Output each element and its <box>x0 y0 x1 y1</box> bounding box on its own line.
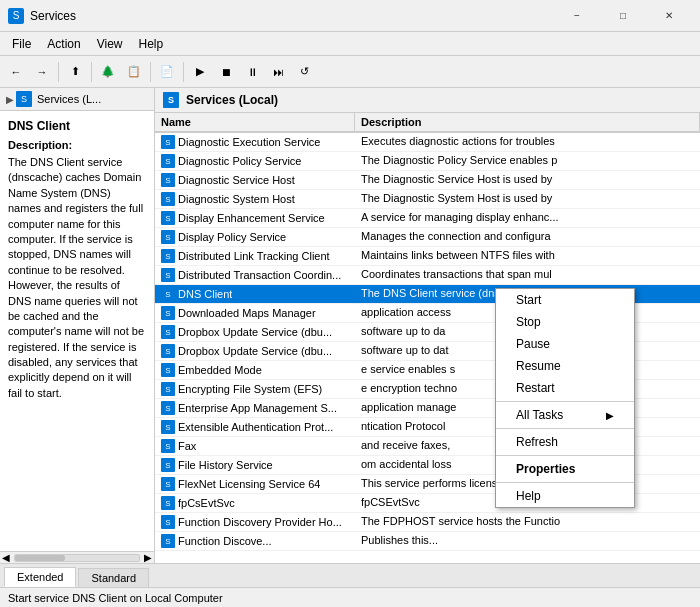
service-name: fpCsEvtSvc <box>178 497 235 509</box>
up-button[interactable]: ⬆ <box>63 60 87 84</box>
service-name: Diagnostic System Host <box>178 193 295 205</box>
table-row[interactable]: SDiagnostic Policy ServiceThe Diagnostic… <box>155 152 700 171</box>
service-name: Distributed Link Tracking Client <box>178 250 330 262</box>
service-name: Dropbox Update Service (dbu... <box>178 326 332 338</box>
start-button[interactable]: ▶ <box>188 60 212 84</box>
table-row[interactable]: SFunction Discove...Publishes this... <box>155 532 700 551</box>
service-desc-cell: Executes diagnostic actions for troubles <box>355 133 700 151</box>
service-icon: S <box>161 515 175 529</box>
service-name-cell: SDNS Client <box>155 285 355 303</box>
ctx-sep-2 <box>496 428 634 429</box>
service-icon: S <box>161 382 175 396</box>
scroll-track <box>14 554 140 562</box>
service-icon: S <box>161 306 175 320</box>
services-local-icon: S <box>163 92 179 108</box>
service-desc-cell: The Diagnostic Service Host is used by <box>355 171 700 189</box>
service-icon: S <box>161 496 175 510</box>
app-icon: S <box>8 8 24 24</box>
description-service-title: DNS Client <box>8 119 146 133</box>
context-menu: Start Stop Pause Resume Restart All Task… <box>495 288 635 508</box>
service-name-cell: SFile History Service <box>155 456 355 474</box>
ctx-refresh[interactable]: Refresh <box>496 431 634 453</box>
menu-action[interactable]: Action <box>39 35 88 53</box>
resume-button[interactable]: ⏭ <box>266 60 290 84</box>
ctx-restart[interactable]: Restart <box>496 377 634 399</box>
service-name-cell: SDropbox Update Service (dbu... <box>155 342 355 360</box>
scroll-left-btn[interactable]: ◀ <box>0 552 12 563</box>
show-hide-tree-button[interactable]: 🌲 <box>96 60 120 84</box>
table-row[interactable]: SDistributed Transaction Coordin...Coord… <box>155 266 700 285</box>
menu-file[interactable]: File <box>4 35 39 53</box>
tab-standard[interactable]: Standard <box>78 568 149 587</box>
service-icon: S <box>161 249 175 263</box>
col-header-name[interactable]: Name <box>155 113 355 131</box>
table-row[interactable]: SDiagnostic System HostThe Diagnostic Sy… <box>155 190 700 209</box>
left-scrollbar[interactable]: ◀ ▶ <box>0 551 154 563</box>
service-name: Diagnostic Service Host <box>178 174 295 186</box>
table-row[interactable]: SDisplay Enhancement ServiceA service fo… <box>155 209 700 228</box>
scroll-thumb <box>15 555 65 561</box>
menu-view[interactable]: View <box>89 35 131 53</box>
toolbar-separator-3 <box>150 62 151 82</box>
service-name-cell: SDiagnostic Service Host <box>155 171 355 189</box>
service-name-cell: SFunction Discovery Provider Ho... <box>155 513 355 531</box>
service-desc-cell: The Diagnostic Policy Service enables p <box>355 152 700 170</box>
services-tree-label[interactable]: Services (L... <box>37 93 101 105</box>
service-name: Enterprise App Management S... <box>178 402 337 414</box>
close-button[interactable]: ✕ <box>646 0 692 32</box>
back-button[interactable]: ← <box>4 60 28 84</box>
ctx-resume[interactable]: Resume <box>496 355 634 377</box>
service-name-cell: SDiagnostic System Host <box>155 190 355 208</box>
table-row[interactable]: SDistributed Link Tracking ClientMaintai… <box>155 247 700 266</box>
ctx-all-tasks[interactable]: All Tasks ▶ <box>496 404 634 426</box>
restore-button[interactable]: □ <box>600 0 646 32</box>
ctx-pause[interactable]: Pause <box>496 333 634 355</box>
description-panel: DNS Client Description: The DNS Client s… <box>0 111 154 551</box>
toolbar-separator-1 <box>58 62 59 82</box>
table-row[interactable]: SDisplay Policy ServiceManages the conne… <box>155 228 700 247</box>
col-header-desc[interactable]: Description <box>355 113 700 131</box>
stop-button[interactable]: ⏹ <box>214 60 238 84</box>
service-icon: S <box>161 230 175 244</box>
tab-extended[interactable]: Extended <box>4 567 76 587</box>
table-row[interactable]: SDiagnostic Execution ServiceExecutes di… <box>155 133 700 152</box>
service-name: Display Enhancement Service <box>178 212 325 224</box>
ctx-sep-1 <box>496 401 634 402</box>
service-name: DNS Client <box>178 288 232 300</box>
main-area: ▶ S Services (L... DNS Client Descriptio… <box>0 88 700 563</box>
service-desc-cell: Publishes this... <box>355 532 700 550</box>
minimize-button[interactable]: − <box>554 0 600 32</box>
ctx-help[interactable]: Help <box>496 485 634 507</box>
service-icon: S <box>161 344 175 358</box>
tree-expand-icon: ▶ <box>6 94 14 105</box>
pause-button[interactable]: ⏸ <box>240 60 264 84</box>
service-icon: S <box>161 211 175 225</box>
ctx-stop[interactable]: Stop <box>496 311 634 333</box>
properties-button[interactable]: 📋 <box>122 60 146 84</box>
service-icon: S <box>161 439 175 453</box>
status-text: Start service DNS Client on Local Comput… <box>8 592 223 604</box>
table-row[interactable]: SDiagnostic Service HostThe Diagnostic S… <box>155 171 700 190</box>
service-name-cell: SfpCsEvtSvc <box>155 494 355 512</box>
service-icon: S <box>161 268 175 282</box>
export-button[interactable]: 📄 <box>155 60 179 84</box>
service-name-cell: SDisplay Enhancement Service <box>155 209 355 227</box>
service-name: Diagnostic Execution Service <box>178 136 320 148</box>
service-name-cell: SFunction Discove... <box>155 532 355 550</box>
service-icon: S <box>161 534 175 548</box>
toolbar: ← → ⬆ 🌲 📋 📄 ▶ ⏹ ⏸ ⏭ ↺ <box>0 56 700 88</box>
menu-help[interactable]: Help <box>131 35 172 53</box>
service-name-cell: SDownloaded Maps Manager <box>155 304 355 322</box>
restart-button[interactable]: ↺ <box>292 60 316 84</box>
forward-button[interactable]: → <box>30 60 54 84</box>
service-name: Distributed Transaction Coordin... <box>178 269 341 281</box>
service-name-cell: SExtensible Authentication Prot... <box>155 418 355 436</box>
service-icon: S <box>161 287 175 301</box>
table-row[interactable]: SFunction Discovery Provider Ho...The FD… <box>155 513 700 532</box>
ctx-start[interactable]: Start <box>496 289 634 311</box>
service-icon: S <box>161 135 175 149</box>
service-name-cell: SDisplay Policy Service <box>155 228 355 246</box>
ctx-properties[interactable]: Properties <box>496 458 634 480</box>
right-panel-title: Services (Local) <box>186 93 278 107</box>
scroll-right-btn[interactable]: ▶ <box>142 552 154 563</box>
